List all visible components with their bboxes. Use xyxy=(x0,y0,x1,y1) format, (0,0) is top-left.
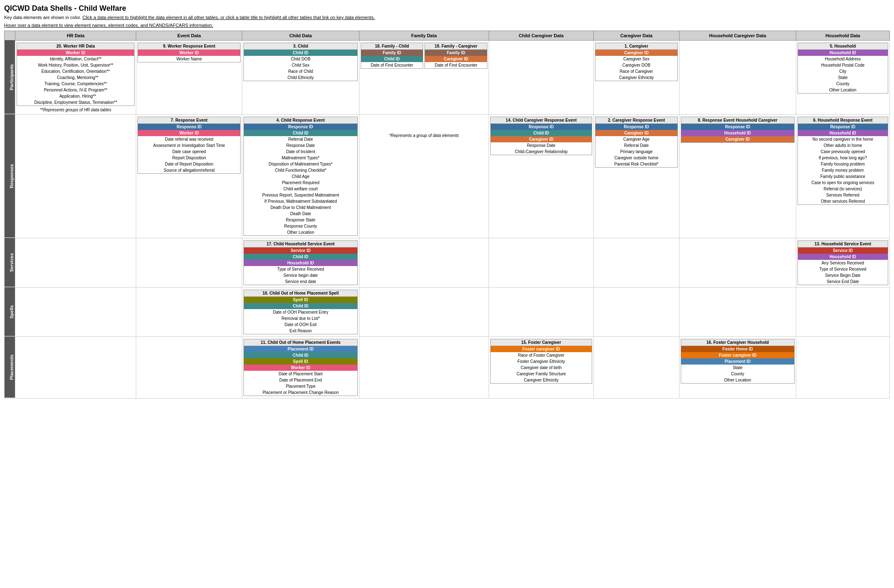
table-9-id[interactable]: Worker ID xyxy=(138,50,240,56)
t6-item-5[interactable]: Family housing problem xyxy=(798,161,888,167)
t16-item-3[interactable]: Other Location xyxy=(681,377,794,383)
table-4-id2[interactable]: Child ID xyxy=(244,130,357,136)
t7-item-2[interactable]: Assessment or Investigation Start Time xyxy=(138,142,240,149)
table-11-title[interactable]: 11. Child Out of Home Placement Events xyxy=(244,339,357,346)
t17-item-2[interactable]: Service begin date xyxy=(244,272,357,278)
t13-item-3[interactable]: Service Begin Date xyxy=(798,272,888,278)
t7-item-4[interactable]: Report Disposition xyxy=(138,155,240,161)
t4-item-14[interactable]: Response State xyxy=(244,217,357,223)
t14-item-2[interactable]: Child-Caregiver Relationship xyxy=(491,149,592,155)
t6-item-1[interactable]: No second caregiver in the home xyxy=(798,136,888,142)
t4-item-10[interactable]: Previous Report, Suspected Maltreatment xyxy=(244,192,357,198)
table-9-title[interactable]: 9. Worker Response Event xyxy=(138,43,240,50)
table-6-title[interactable]: 6. Household Response Event xyxy=(798,117,888,124)
t6-item-10[interactable]: Services Referred xyxy=(798,192,888,198)
t13-item-1[interactable]: Any Services Received xyxy=(798,260,888,266)
t20-item-1[interactable]: Identity, Affiliation, Contact** xyxy=(17,56,134,62)
t17-item-3[interactable]: Service end date xyxy=(244,278,357,285)
table-8-title[interactable]: 8. Response Event Household Caregiver xyxy=(681,117,794,124)
t6-item-7[interactable]: Family public assistance xyxy=(798,173,888,180)
table-6-id1[interactable]: Response ID xyxy=(798,124,888,130)
table-16-id3[interactable]: Placement ID xyxy=(681,358,794,365)
table-2-id2[interactable]: Caregiver ID xyxy=(595,130,677,136)
t5-item-6[interactable]: Other Location xyxy=(798,87,888,93)
t9-item-1[interactable]: Worker Name xyxy=(138,56,240,62)
t6-item-3[interactable]: Case previously opened xyxy=(798,149,888,155)
t4-item-1[interactable]: Referral Date xyxy=(244,136,357,142)
table-5-id[interactable]: Household ID xyxy=(798,50,888,56)
t4-item-12[interactable]: Death Due to Child Maltreatment xyxy=(244,204,357,211)
table-8-id2[interactable]: Household ID xyxy=(681,130,794,136)
t11-item-2[interactable]: Date of Placement End xyxy=(244,377,357,383)
table-11-id4[interactable]: Worker ID xyxy=(244,365,357,371)
table-13-title[interactable]: 13. Household Service Event xyxy=(798,241,888,247)
t20-item-3[interactable]: Education, Certification, Orientation** xyxy=(17,68,134,74)
t4-item-9[interactable]: Child welfare court xyxy=(244,186,357,192)
table-8-id1[interactable]: Response ID xyxy=(681,124,794,130)
table-19-id2[interactable]: Caregiver ID xyxy=(425,56,487,62)
table-13-id1[interactable]: Service ID xyxy=(798,247,888,254)
t17-item-1[interactable]: Type of Service Received xyxy=(244,266,357,272)
t16-item-1[interactable]: State xyxy=(681,365,794,371)
t6-item-4[interactable]: If previous, how long ago? xyxy=(798,155,888,161)
t3-item-3[interactable]: Race of Child xyxy=(244,68,357,74)
t10-item-1[interactable]: Date of OOH Placement Entry xyxy=(244,309,357,315)
t20-item-2[interactable]: Work History, Position, Unit, Supervisor… xyxy=(17,62,134,68)
table-13-id2[interactable]: Household ID xyxy=(798,254,888,260)
click-data-element-link[interactable]: Click a data element to highlight the da… xyxy=(82,15,375,20)
t15-item-4[interactable]: Caregiver Family Structure xyxy=(491,371,592,377)
t15-item-1[interactable]: Race of Foster Caregiver xyxy=(491,352,592,358)
table-2-title[interactable]: 2. Caregiver Response Event xyxy=(595,117,677,124)
table-5-title[interactable]: 5. Household xyxy=(798,43,888,50)
t3-item-1[interactable]: Child DOB xyxy=(244,56,357,62)
table-1-title[interactable]: 1. Caregiver xyxy=(595,43,677,50)
t5-item-1[interactable]: Household Address xyxy=(798,56,888,62)
t4-item-11[interactable]: If Previous, Maltreatment Substantiated xyxy=(244,198,357,204)
t3-item-2[interactable]: Child Sex xyxy=(244,62,357,68)
table-6-id2[interactable]: Household ID xyxy=(798,130,888,136)
t10-item-3[interactable]: Date of OOH Exit xyxy=(244,322,357,328)
table-10-id2[interactable]: Child ID xyxy=(244,303,357,309)
t1-item-4[interactable]: Caregiver Ethnicity xyxy=(595,74,677,81)
table-1-id[interactable]: Caregiver ID xyxy=(595,50,677,56)
t11-item-4[interactable]: Placement or Placement Change Reason xyxy=(244,389,357,396)
table-18-id2[interactable]: Child ID xyxy=(361,56,423,62)
table-17-title[interactable]: 17. Child Household Service Event xyxy=(244,241,357,247)
t6-item-11[interactable]: Other services Referred xyxy=(798,198,888,204)
table-16-id2[interactable]: Foster caregiver ID xyxy=(681,352,794,358)
t4-item-2[interactable]: Response Date xyxy=(244,142,357,149)
table-20-title[interactable]: 20. Worker HR Data xyxy=(17,43,134,50)
t6-item-8[interactable]: Case to open for ongoing services xyxy=(798,180,888,186)
table-7-id1[interactable]: Response ID xyxy=(138,124,240,130)
table-15-title[interactable]: 15. Foster Caregiver xyxy=(491,339,592,346)
t20-item-7[interactable]: Application, Hiring** xyxy=(17,93,134,99)
table-11-id2[interactable]: Child ID xyxy=(244,352,357,358)
t7-item-5[interactable]: Date of Report Disposition xyxy=(138,161,240,167)
t2-item-2[interactable]: Referral Date xyxy=(595,142,677,149)
t4-item-3[interactable]: Date of Incident xyxy=(244,149,357,155)
t11-item-3[interactable]: Placement Type xyxy=(244,383,357,389)
t15-item-2[interactable]: Foster Caregiver Ethnicity xyxy=(491,358,592,365)
t19-item-1[interactable]: Date of First Encounter xyxy=(425,62,487,68)
t2-item-5[interactable]: Parental Risk Checklist* xyxy=(595,161,677,167)
t14-item-1[interactable]: Response Date xyxy=(491,142,592,149)
hover-element-link[interactable]: Hover over a data element to view elemen… xyxy=(4,23,213,28)
t20-item-8[interactable]: Discipline, Employment Status, Terminati… xyxy=(17,99,134,106)
t4-item-7[interactable]: Child Age xyxy=(244,173,357,180)
table-7-id2[interactable]: Worker ID xyxy=(138,130,240,136)
table-3-title[interactable]: 3. Child xyxy=(244,43,357,50)
table-4-title[interactable]: 4. Child Response Event xyxy=(244,117,357,124)
table-17-id1[interactable]: Service ID xyxy=(244,247,357,254)
table-10-title[interactable]: 10. Child Out of Home Placement Spell xyxy=(244,290,357,297)
t4-item-4[interactable]: Maltreatment Types* xyxy=(244,155,357,161)
t5-item-3[interactable]: City xyxy=(798,68,888,74)
table-3-id[interactable]: Child ID xyxy=(244,50,357,56)
table-10-id1[interactable]: Spell ID xyxy=(244,297,357,303)
table-11-id3[interactable]: Spell ID xyxy=(244,358,357,365)
t7-item-6[interactable]: Source of allegation/referral xyxy=(138,167,240,173)
table-2-id1[interactable]: Response ID xyxy=(595,124,677,130)
t20-item-6[interactable]: Personnel Actions, IV-E Program** xyxy=(17,87,134,93)
t11-item-1[interactable]: Date of Placement Start xyxy=(244,371,357,377)
t5-item-4[interactable]: State xyxy=(798,74,888,81)
t2-item-1[interactable]: Caregiver Age xyxy=(595,136,677,142)
